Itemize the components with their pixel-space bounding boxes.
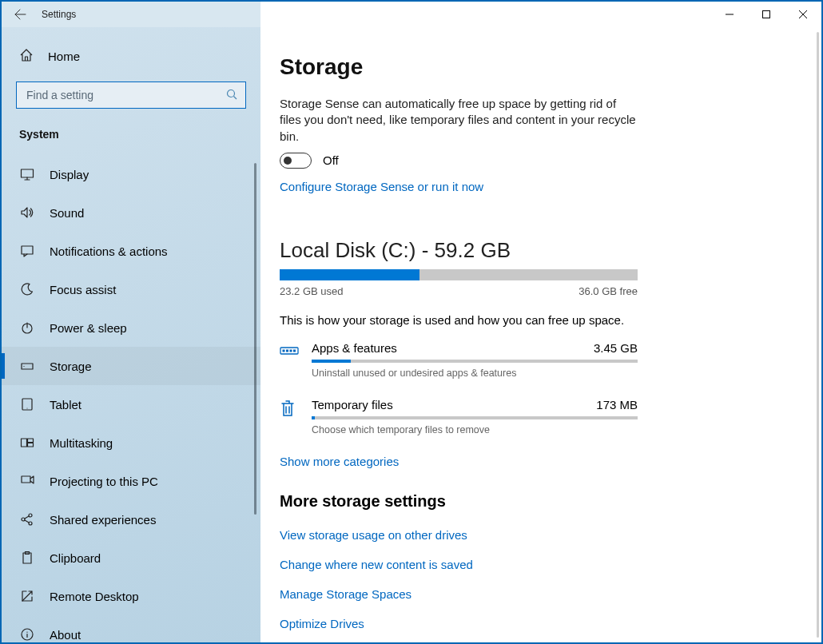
category-temporary-files[interactable]: Temporary files173 MBChoose which tempor… [280,398,638,435]
categories-list: Apps & features3.45 GBUninstall unused o… [280,341,789,435]
storage-sense-description: Storage Sense can automatically free up … [280,96,639,145]
category-head: Apps & features3.45 GB [312,341,638,355]
sidebar-item-display[interactable]: Display [2,155,260,193]
svg-point-1 [228,89,235,97]
arrow-left-icon [14,8,26,21]
sidebar-item-label: Display [50,168,89,181]
svg-point-6 [23,366,24,367]
close-button[interactable] [785,2,821,27]
sidebar-item-projecting-to-this-pc[interactable]: Projecting to this PC [2,462,260,500]
sidebar-home[interactable]: Home [2,38,260,74]
svg-point-14 [29,514,32,517]
sidebar-item-remote-desktop[interactable]: Remote Desktop [2,577,260,615]
category-bar [312,360,638,363]
sound-icon [19,205,35,221]
disk-used-label: 23.2 GB used [280,285,344,297]
more-link-view-storage-usage-on-other-drives[interactable]: View storage usage on other drives [280,528,789,542]
svg-point-13 [22,518,25,521]
share-icon [19,511,35,527]
minimize-icon [726,10,734,18]
category-apps-features[interactable]: Apps & features3.45 GBUninstall unused o… [280,341,638,379]
sidebar-item-label: Tablet [50,398,82,411]
search-box[interactable] [16,81,246,109]
trash-icon [280,398,312,435]
sidebar-item-power-sleep[interactable]: Power & sleep [2,308,260,347]
more-links-list: View storage usage on other drivesChange… [280,528,789,642]
window-title: Settings [38,9,76,20]
show-more-categories-link[interactable]: Show more categories [280,455,789,468]
close-icon [799,10,807,18]
sidebar-item-label: Projecting to this PC [50,475,158,488]
search-wrap [16,81,246,109]
svg-rect-11 [28,443,34,447]
category-head: Temporary files173 MB [312,398,638,411]
disk-heading: Local Disk (C:) - 59.2 GB [280,238,789,263]
sidebar-item-label: Focus assist [50,283,116,296]
sidebar-scrollbar-thumb[interactable] [254,163,256,515]
toggle-knob [284,157,292,165]
sidebar-item-label: Sound [50,206,84,220]
back-button[interactable] [2,2,38,27]
page-title: Storage [280,54,789,80]
search-input[interactable] [25,88,226,102]
multitask-icon [19,435,35,451]
svg-rect-22 [290,349,292,352]
svg-point-15 [29,522,32,525]
tablet-icon [19,396,35,412]
sidebar-item-multitasking[interactable]: Multitasking [2,423,260,462]
project-icon [19,473,35,489]
svg-rect-9 [22,439,27,447]
sidebar-item-clipboard[interactable]: Clipboard [2,539,260,577]
moon-icon [19,281,35,297]
settings-sidebar: Home System DisplaySoundNotifications & … [2,27,260,642]
window-body: Home System DisplaySoundNotifications & … [2,27,821,642]
drive-icon [19,358,35,374]
more-link-manage-storage-spaces[interactable]: Manage Storage Spaces [280,587,789,601]
svg-rect-20 [283,349,285,352]
disk-stats: 23.2 GB used 36.0 GB free [280,285,638,297]
svg-rect-23 [293,349,296,352]
more-link-optimize-drives[interactable]: Optimize Drives [280,617,789,630]
svg-rect-2 [22,169,34,177]
sidebar-item-notifications-actions[interactable]: Notifications & actions [2,232,260,270]
svg-rect-21 [286,349,288,352]
sidebar-item-label: Remote Desktop [50,590,139,603]
sidebar-item-focus-assist[interactable]: Focus assist [2,270,260,308]
main-scrollbar[interactable] [817,32,819,638]
titlebar: Settings [2,2,821,27]
disk-usage-bar [280,269,638,280]
sidebar-item-about[interactable]: About [2,615,260,642]
sidebar-item-label: Notifications & actions [50,244,168,258]
apps-icon [280,341,312,379]
minimize-button[interactable] [711,2,748,27]
message-icon [19,243,35,259]
search-icon [226,89,237,102]
disk-usage-fill [280,269,419,280]
category-size: 173 MB [596,398,638,411]
category-size: 3.45 GB [594,341,638,355]
settings-window: Settings Home [0,0,823,644]
svg-rect-12 [22,476,30,483]
power-icon [19,320,35,336]
svg-rect-3 [22,246,33,254]
sidebar-nav: DisplaySoundNotifications & actionsFocus… [2,155,260,642]
sidebar-home-label: Home [48,50,80,63]
sidebar-item-label: Clipboard [50,551,101,565]
configure-storage-sense-link[interactable]: Configure Storage Sense or run it now [280,180,789,193]
storage-sense-toggle[interactable] [280,153,312,169]
disk-free-label: 36.0 GB free [578,285,638,297]
svg-point-8 [27,408,28,409]
storage-sense-toggle-label: Off [323,153,339,167]
sidebar-item-sound[interactable]: Sound [2,193,260,232]
sidebar-scrollbar[interactable] [254,163,259,636]
sidebar-item-tablet[interactable]: Tablet [2,385,260,423]
maximize-button[interactable] [748,2,785,27]
category-hint: Choose which temporary files to remove [312,424,638,435]
sidebar-item-shared-experiences[interactable]: Shared experiences [2,500,260,539]
more-link-change-where-new-content-is-saved[interactable]: Change where new content is saved [280,558,789,571]
sidebar-item-storage[interactable]: Storage [2,347,260,385]
storage-sense-toggle-row: Off [280,153,789,169]
category-bar [312,416,638,419]
category-name: Apps & features [312,341,397,355]
svg-rect-10 [28,439,34,443]
